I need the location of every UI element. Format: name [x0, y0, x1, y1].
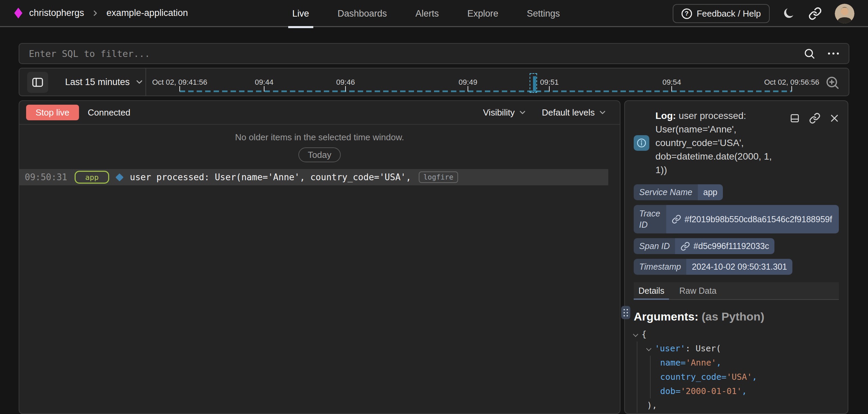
code-line: 'user': User(: [647, 341, 839, 356]
nav-actions: ? Feedback / Help: [673, 0, 854, 27]
sql-filter-input[interactable]: [19, 44, 849, 63]
timestamp-badge: Timestamp 2024-10-02 09:50:31.301: [634, 259, 792, 275]
empty-state: No older items in the selected time wind…: [19, 132, 620, 162]
more-options-icon[interactable]: [827, 52, 840, 55]
tab-live[interactable]: Live: [289, 0, 313, 27]
timeline-activity-baseline: [180, 90, 792, 92]
chevron-down-icon: [598, 108, 607, 117]
tab-explore[interactable]: Explore: [464, 0, 502, 27]
link-icon: [808, 7, 822, 20]
connection-status: Connected: [88, 107, 131, 118]
collapse-chevron-icon[interactable]: [633, 332, 638, 337]
log-detail-fields: Service Name app Trace ID #f2019b98b550c…: [634, 184, 839, 275]
trace-link-icon[interactable]: [672, 214, 681, 224]
code-line: }: [634, 413, 839, 414]
zoom-in-icon: [825, 75, 840, 90]
breadcrumb-project[interactable]: example-application: [106, 8, 188, 18]
default-levels-dropdown[interactable]: Default levels: [542, 107, 607, 118]
empty-state-message: No older items in the selected time wind…: [19, 132, 620, 143]
zoom-in-button[interactable]: [825, 75, 840, 91]
user-avatar[interactable]: [835, 4, 854, 23]
span-id-badge[interactable]: Span ID #d5c996f11192033c: [634, 238, 774, 254]
time-range-bar: Last 15 minutes Oct 02, 09:41:56 09:44 0…: [19, 68, 849, 96]
scope-tag[interactable]: logfire: [419, 171, 458, 183]
code-line: name='Anne',: [660, 356, 839, 370]
moon-icon: [783, 7, 795, 20]
visibility-dropdown[interactable]: Visibility: [483, 107, 527, 118]
tab-details[interactable]: Details: [638, 282, 664, 299]
search-icon[interactable]: [803, 47, 815, 60]
log-row[interactable]: 09:50:31 app user processed: User(name='…: [19, 169, 608, 185]
live-view-panel: Stop live Connected Visibility Default l…: [19, 100, 620, 414]
log-diamond-icon: [115, 173, 123, 181]
sql-filter-bar: [19, 43, 849, 64]
activity-spike-bar: [533, 76, 536, 92]
service-badge[interactable]: app: [75, 171, 109, 184]
breadcrumb-chevron-icon: [91, 9, 100, 18]
tab-raw-data[interactable]: Raw Data: [679, 282, 716, 299]
today-button[interactable]: Today: [298, 147, 341, 162]
code-line: dob='2000-01-01',: [660, 384, 839, 398]
sidebar-toggle-button[interactable]: [27, 72, 48, 93]
log-detail-title: Log: user processed: User(name='Anne', c…: [655, 109, 782, 177]
tab-alerts[interactable]: Alerts: [412, 0, 442, 27]
service-name-badge: Service Name app: [634, 184, 723, 200]
chevron-down-icon: [518, 108, 527, 117]
permalink-icon[interactable]: [809, 112, 821, 124]
timebar-divider: [145, 68, 146, 96]
theme-toggle-button[interactable]: [783, 7, 795, 20]
nav-tabs: Live Dashboards Alerts Explore Settings: [289, 0, 563, 27]
tab-settings[interactable]: Settings: [524, 0, 564, 27]
tab-dashboards[interactable]: Dashboards: [334, 0, 391, 27]
sidebar-toggle-icon: [31, 76, 44, 89]
breadcrumb: christophergs example-application: [14, 8, 188, 19]
stop-live-button[interactable]: Stop live: [26, 105, 79, 120]
close-icon[interactable]: [829, 113, 840, 123]
live-view-header: Stop live Connected Visibility Default l…: [19, 101, 620, 125]
panel-resize-handle[interactable]: [621, 306, 630, 319]
activity-spike: [530, 73, 537, 93]
logfire-logo-icon: [14, 8, 22, 19]
code-line: ),: [647, 398, 839, 413]
arguments-heading: Arguments: (as Python): [634, 310, 839, 323]
question-circle-icon: ?: [682, 8, 692, 19]
chevron-down-icon: [135, 77, 144, 87]
log-row-time: 09:50:31: [25, 172, 67, 182]
timeline-scrubber[interactable]: Oct 02, 09:41:56 09:44 09:46 09:49 09:51…: [180, 68, 792, 96]
span-link-icon[interactable]: [680, 242, 690, 251]
detail-tabs: Details Raw Data: [634, 282, 839, 300]
collapse-chevron-icon[interactable]: [646, 346, 652, 351]
share-link-button[interactable]: [808, 7, 822, 20]
time-range-select[interactable]: Last 15 minutes: [65, 68, 144, 96]
feedback-help-button[interactable]: ? Feedback / Help: [673, 4, 770, 23]
log-detail-panel: Log: user processed: User(name='Anne', c…: [624, 100, 848, 414]
top-nav: christophergs example-application Live D…: [0, 0, 868, 27]
info-level-icon: [634, 135, 649, 151]
log-row-message: user processed: User(name='Anne', countr…: [130, 172, 411, 182]
arguments-code-tree: { 'user': User( name='Anne', country_cod…: [634, 327, 839, 414]
split-panel-icon[interactable]: [789, 113, 800, 124]
code-line: {: [634, 327, 839, 341]
code-line: country_code='USA',: [660, 370, 839, 384]
breadcrumb-org[interactable]: christophergs: [29, 8, 84, 18]
trace-id-badge[interactable]: Trace ID #f2019b98b550cd8a61546c2f918895…: [634, 205, 839, 233]
